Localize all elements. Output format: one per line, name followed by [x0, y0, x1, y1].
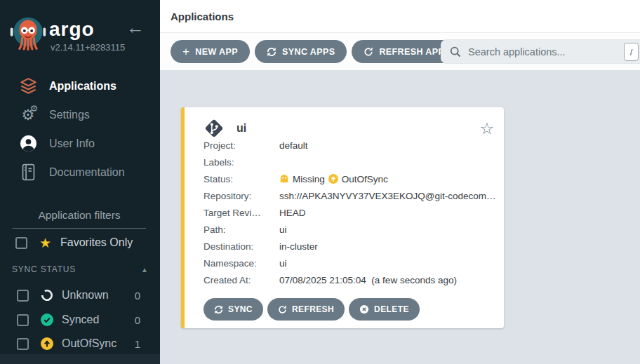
row-repository: Repository: ssh://APKA3NYVY37VEX3EKOJQ@g… — [204, 187, 495, 204]
toolbar: + NEW APP SYNC APPS — [160, 33, 640, 70]
brand-wordmark: argo — [49, 18, 95, 41]
filter-label: OutOfSync — [62, 337, 116, 350]
favorites-only-checkbox[interactable] — [15, 237, 27, 249]
row-status: Status: Missing — [204, 170, 495, 187]
row-label: Status: — [204, 174, 279, 184]
row-label: Namespace: — [204, 258, 279, 269]
row-label: Created At: — [204, 275, 279, 285]
delete-circle-icon — [359, 304, 369, 314]
book-icon — [18, 163, 38, 182]
row-label: Path: — [204, 224, 279, 235]
sync-button[interactable]: SYNC — [204, 298, 263, 321]
synced-checkbox[interactable] — [17, 314, 29, 326]
sync-status-text: OutOfSync — [342, 174, 388, 184]
row-value: ssh://APKA3NYVY37VEX3EKOJQ@git-codecom… — [279, 191, 495, 201]
star-icon: ★ — [39, 236, 51, 250]
filter-synced[interactable]: Synced 0 — [17, 312, 147, 328]
refresh-button[interactable]: REFRESH — [267, 298, 345, 321]
row-project: Project: default — [204, 137, 495, 154]
layers-icon — [18, 76, 38, 96]
refresh-icon — [364, 47, 373, 57]
collapse-sidebar-icon[interactable]: ← — [126, 17, 145, 39]
sync-button-label: SYNC — [228, 304, 253, 314]
unknown-checkbox[interactable] — [17, 290, 29, 302]
sidebar-nav: Applications ⚙⚙ Settings User Info — [0, 72, 160, 187]
health-status-text: Missing — [293, 174, 325, 184]
card-actions: SYNC REFRESH — [204, 298, 420, 321]
row-value: 07/08/2025 21:05:04 (a few seconds ago) — [279, 275, 457, 285]
application-card-ui[interactable]: ui ☆ Project: default Labels: Status: — [181, 107, 504, 328]
sidebar-item-label: Documentation — [49, 166, 125, 179]
favorites-only-filter[interactable]: ★ Favorites Only — [15, 235, 133, 250]
favorites-only-label: Favorites Only — [60, 236, 133, 249]
filter-unknown[interactable]: Unknown 0 — [17, 288, 147, 303]
filter-count: 0 — [135, 290, 147, 302]
toolbar-buttons: + NEW APP SYNC APPS — [171, 40, 462, 63]
logo-row: argo v2.14.11+8283115 ← — [7, 10, 154, 59]
application-filters-title: Application filters — [13, 209, 146, 229]
content-area: ui ☆ Project: default Labels: Status: — [160, 70, 640, 364]
row-value: in-cluster — [279, 241, 318, 252]
collapse-section-icon[interactable]: ▲ — [141, 266, 148, 274]
app-name: ui — [236, 122, 246, 135]
row-target-revision: Target Revi… HEAD — [204, 204, 495, 221]
delete-button-label: DELETE — [374, 304, 409, 314]
row-value: ui — [279, 258, 287, 269]
filter-label: Unknown — [62, 289, 109, 302]
sidebar: argo v2.14.11+8283115 ← Applications ⚙⚙ … — [0, 0, 160, 364]
arrow-up-circle-icon — [41, 337, 53, 350]
sidebar-item-settings[interactable]: ⚙⚙ Settings — [0, 100, 160, 129]
new-app-button[interactable]: + NEW APP — [171, 40, 250, 63]
plus-icon: + — [182, 46, 189, 58]
outofsync-arrow-icon — [328, 174, 338, 184]
main-area: Applications + NEW APP SYNC APPS — [160, 0, 640, 364]
row-value: ui — [279, 224, 287, 235]
row-namespace: Namespace: ui — [204, 255, 495, 271]
delete-button[interactable]: DELETE — [349, 298, 420, 321]
argo-octopus-logo-icon — [8, 11, 48, 56]
sidebar-item-documentation[interactable]: Documentation — [0, 158, 160, 187]
row-label: Project: — [204, 140, 279, 151]
row-destination: Destination: in-cluster — [204, 238, 495, 255]
search-box[interactable]: / — [441, 39, 640, 64]
status-values: Missing OutOfSync — [279, 174, 388, 184]
version-label: v2.14.11+8283115 — [51, 42, 125, 53]
page-header: Applications — [160, 0, 640, 33]
check-circle-icon — [41, 314, 53, 326]
sidebar-item-user-info[interactable]: User Info — [0, 129, 160, 158]
sync-icon — [214, 305, 223, 314]
row-label: Target Revi… — [204, 208, 279, 218]
sidebar-item-label: Settings — [49, 109, 90, 121]
sync-icon — [267, 47, 276, 57]
row-label: Labels: — [204, 157, 279, 168]
gears-icon: ⚙⚙ — [18, 105, 38, 125]
sync-status-header-label: SYNC STATUS — [12, 264, 76, 274]
filter-label: Synced — [62, 314, 99, 326]
refresh-button-label: REFRESH — [292, 304, 334, 314]
row-created-at: Created At: 07/08/2025 21:05:04 (a few s… — [204, 271, 495, 288]
new-app-button-label: NEW APP — [195, 47, 238, 57]
filter-outofsync[interactable]: OutOfSync 1 — [17, 336, 147, 351]
page-title: Applications — [171, 11, 234, 22]
row-value: default — [279, 140, 308, 151]
row-label: Destination: — [204, 241, 279, 252]
search-input[interactable] — [468, 46, 601, 58]
sidebar-item-label: User Info — [49, 137, 95, 150]
sidebar-bottom-strip — [0, 354, 160, 364]
row-path: Path: ui — [204, 221, 495, 238]
refresh-icon — [278, 305, 287, 314]
row-labels: Labels: — [204, 154, 495, 170]
user-circle-icon — [18, 134, 38, 154]
outofsync-checkbox[interactable] — [17, 338, 29, 350]
sync-status-section-header: SYNC STATUS ▲ — [12, 264, 148, 274]
circle-notch-icon — [41, 289, 53, 302]
row-value: HEAD — [279, 208, 306, 218]
filter-count: 1 — [135, 338, 147, 350]
card-rows: Project: default Labels: Status: — [204, 137, 495, 288]
refresh-apps-button-label: REFRESH APPS — [379, 47, 451, 57]
sidebar-item-applications[interactable]: Applications — [0, 72, 160, 100]
sync-apps-button[interactable]: SYNC APPS — [255, 40, 347, 63]
row-label: Repository: — [204, 191, 279, 201]
sync-apps-button-label: SYNC APPS — [282, 47, 335, 57]
favorite-star-outline-icon[interactable]: ☆ — [479, 121, 494, 137]
